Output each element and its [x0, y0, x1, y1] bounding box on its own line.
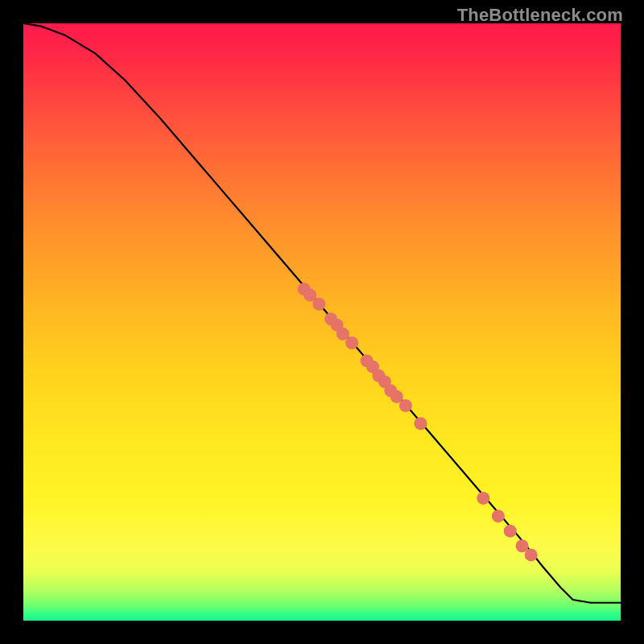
chart-overlay — [23, 23, 621, 621]
cluster-e-2 — [492, 510, 505, 522]
cluster-d-1 — [414, 417, 427, 430]
cluster-c-7 — [399, 399, 412, 412]
cluster-e-3 — [504, 525, 517, 538]
curve-line — [23, 23, 621, 603]
data-points — [298, 283, 538, 561]
cluster-e-5 — [525, 548, 538, 561]
cluster-a-3 — [312, 298, 325, 311]
cluster-e-1 — [477, 492, 489, 505]
cluster-b-4 — [345, 336, 358, 349]
plot-area — [23, 23, 621, 621]
chart-frame: TheBottleneck.com — [0, 0, 644, 644]
